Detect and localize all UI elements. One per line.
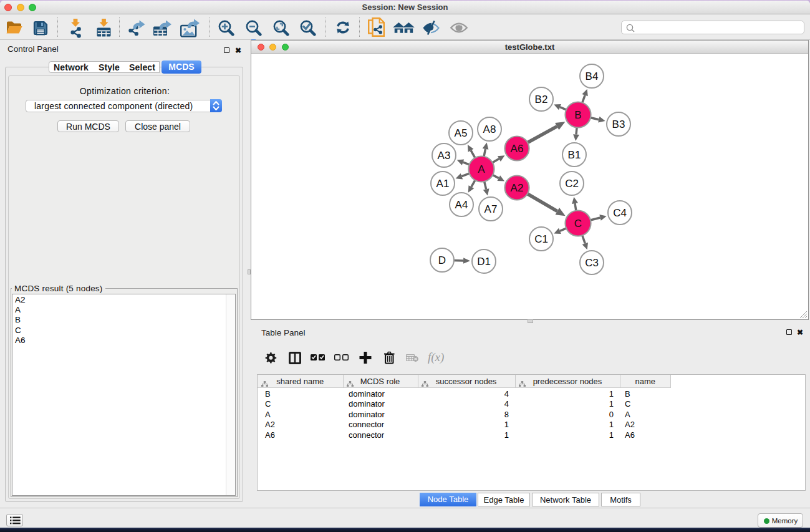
- svg-text:B: B: [574, 109, 581, 121]
- svg-text:A1: A1: [436, 178, 450, 190]
- svg-text:A4: A4: [455, 199, 468, 211]
- svg-text:B1: B1: [568, 149, 581, 161]
- svg-text:A2: A2: [511, 182, 524, 194]
- svg-text:A6: A6: [511, 143, 524, 155]
- svg-text:C1: C1: [534, 233, 548, 245]
- svg-text:A8: A8: [483, 123, 496, 135]
- svg-text:C2: C2: [565, 178, 579, 190]
- svg-text:B3: B3: [612, 118, 625, 130]
- svg-text:D1: D1: [477, 256, 491, 268]
- svg-text:B4: B4: [586, 70, 599, 82]
- svg-text:A3: A3: [438, 150, 451, 162]
- svg-text:B2: B2: [535, 94, 548, 105]
- svg-text:C4: C4: [613, 207, 627, 219]
- svg-text:A7: A7: [485, 203, 498, 215]
- svg-text:D: D: [438, 254, 446, 266]
- svg-text:C: C: [574, 218, 582, 230]
- svg-text:A: A: [478, 163, 485, 175]
- svg-text:A5: A5: [455, 127, 468, 139]
- svg-text:C3: C3: [585, 257, 599, 269]
